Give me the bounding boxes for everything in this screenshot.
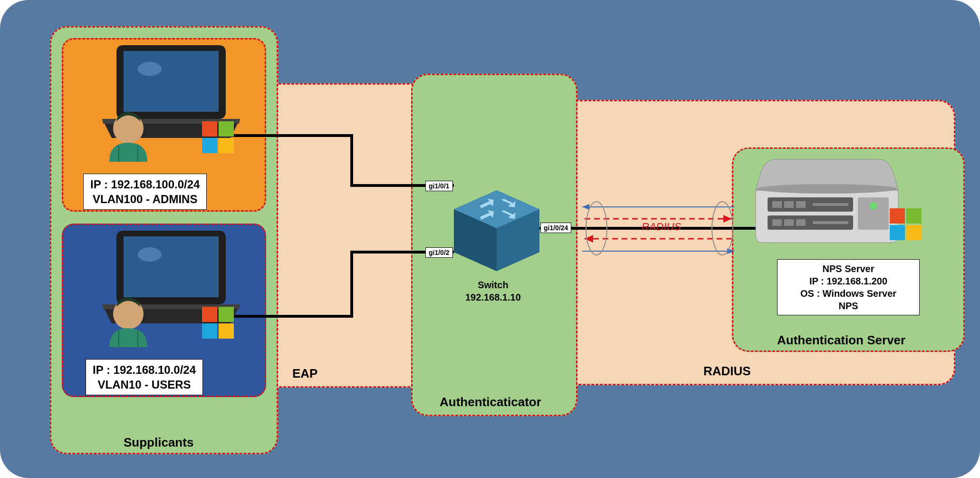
switch-ip: 192.168.1.10 bbox=[465, 292, 521, 302]
supplicants-title: Supplicants bbox=[124, 435, 193, 450]
server-line4: NPS bbox=[838, 301, 858, 311]
client-admins-ip: IP : 192.168.100.0/24 bbox=[90, 178, 200, 191]
eap-title: EAP bbox=[292, 366, 317, 381]
diagram-canvas: EAP RADIUS Supplicants Authenticaticator… bbox=[0, 0, 980, 478]
server-line2: IP : 192.168.1.200 bbox=[809, 276, 887, 286]
server-label: NPS Server IP : 192.168.1.200 OS : Windo… bbox=[777, 259, 920, 315]
server-line3: OS : Windows Server bbox=[800, 288, 896, 299]
authenticator-title: Authenticaticator bbox=[440, 395, 541, 410]
auth-server-zone bbox=[732, 147, 965, 352]
switch-label: Switch 192.168.1.10 bbox=[459, 276, 528, 306]
server-line1: NPS Server bbox=[823, 263, 874, 274]
client-users-label: IP : 192.168.10.0/24 VLAN10 - USERS bbox=[86, 359, 203, 395]
port-gi1-0-2: gi1/0/2 bbox=[425, 247, 453, 258]
client-admins-label: IP : 192.168.100.0/24 VLAN100 - ADMINS bbox=[83, 174, 207, 210]
radius-link-text: RADIUS bbox=[642, 221, 681, 233]
switch-name: Switch bbox=[478, 280, 508, 290]
client-users-ip: IP : 192.168.10.0/24 bbox=[93, 363, 196, 376]
port-gi1-0-24: gi1/0/24 bbox=[540, 223, 571, 233]
auth-server-title: Authentication Server bbox=[777, 333, 905, 348]
port-gi1-0-1: gi1/0/1 bbox=[425, 181, 453, 191]
radius-title: RADIUS bbox=[703, 364, 751, 379]
client-admins-vlan: VLAN100 - ADMINS bbox=[93, 193, 197, 205]
client-users-vlan: VLAN10 - USERS bbox=[98, 378, 191, 391]
authenticator-zone bbox=[411, 74, 577, 416]
